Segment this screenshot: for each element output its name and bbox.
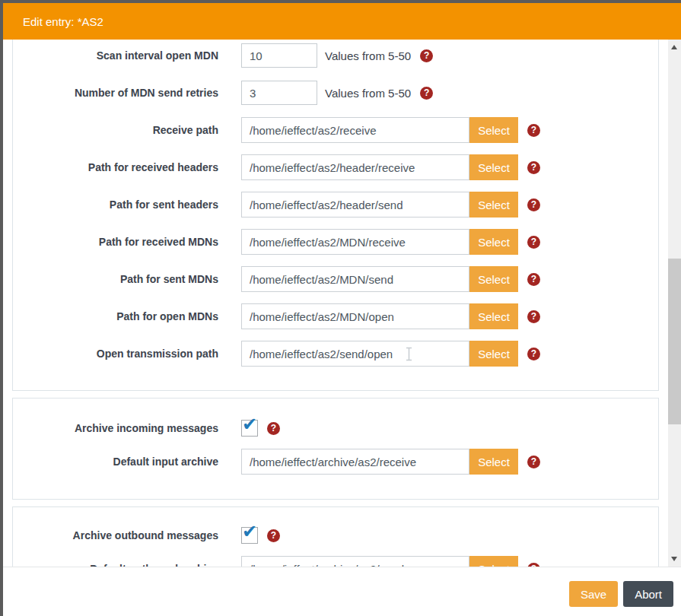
help-icon[interactable]: ? — [527, 198, 540, 211]
open-transmission-path-input[interactable] — [241, 341, 469, 367]
field-label: Scan interval open MDN — [13, 49, 241, 62]
select-button[interactable]: Select — [469, 192, 518, 218]
field-label: Path for sent headers — [13, 198, 241, 211]
scan-interval-input[interactable] — [241, 43, 317, 68]
help-icon[interactable]: ? — [527, 236, 540, 249]
default-input-archive-input[interactable] — [241, 449, 469, 475]
field-label: Default outbound archive — [13, 563, 241, 567]
field-label: Path for open MDNs — [13, 310, 241, 322]
help-icon[interactable]: ? — [420, 49, 433, 62]
scrollbar-thumb[interactable] — [668, 259, 681, 424]
form-row-archive-outbound: Archive outbound messages ✔ ? — [13, 527, 658, 544]
sent-mdns-path-input[interactable] — [241, 266, 469, 292]
form-row-archive-incoming: Archive incoming messages ✔ ? — [13, 420, 658, 437]
dialog-title: Edit entry: *AS2 — [23, 15, 103, 28]
archive-outbound-checkbox[interactable]: ✔ — [241, 527, 258, 544]
help-icon[interactable]: ? — [527, 124, 540, 137]
scrollbar-up-button[interactable] — [668, 41, 681, 54]
help-icon[interactable]: ? — [527, 273, 540, 286]
select-button[interactable]: Select — [469, 154, 518, 180]
field-label: Default input archive — [13, 456, 241, 468]
received-headers-path-input[interactable] — [241, 154, 469, 180]
panel-archive-incoming: Archive incoming messages ✔ ? Default in… — [12, 398, 659, 500]
open-mdns-path-input[interactable] — [241, 303, 469, 329]
help-icon[interactable]: ? — [527, 348, 540, 360]
abort-button[interactable]: Abort — [623, 581, 673, 607]
text-cursor — [406, 347, 412, 364]
select-button[interactable]: Select — [469, 341, 518, 367]
panel-paths: Scan interval open MDN Values from 5-50 … — [12, 40, 659, 391]
form-row-received-headers-path: Path for received headers Select ? — [13, 154, 658, 180]
select-button[interactable]: Select — [469, 117, 518, 143]
dialog-header: Edit entry: *AS2 — [3, 3, 681, 40]
field-label: Open transmission path — [13, 348, 241, 360]
form-row-default-input-archive: Default input archive Select ? — [13, 449, 658, 475]
field-label: Archive outbound messages — [13, 529, 241, 541]
help-icon[interactable]: ? — [267, 529, 280, 542]
received-mdns-path-input[interactable] — [241, 229, 469, 255]
field-label: Path for sent MDNs — [13, 273, 241, 285]
chevron-down-icon — [671, 557, 677, 561]
form-row-received-mdns-path: Path for received MDNs Select ? — [13, 229, 658, 255]
panel-archive-outbound: Archive outbound messages ✔ ? Default ou… — [12, 506, 659, 567]
edit-entry-dialog: Edit entry: *AS2 Scan interval open MDN … — [3, 3, 681, 616]
checkmark-icon: ✔ — [242, 522, 257, 541]
sent-headers-path-input[interactable] — [241, 192, 469, 218]
chevron-up-icon — [671, 45, 677, 49]
field-hint: Values from 5-50 — [325, 49, 411, 62]
vertical-scrollbar[interactable] — [668, 40, 681, 567]
help-icon[interactable]: ? — [527, 310, 540, 323]
save-button[interactable]: Save — [569, 581, 618, 607]
field-label: Path for received MDNs — [13, 236, 241, 248]
field-label: Number of MDN send retries — [13, 87, 241, 99]
archive-incoming-checkbox[interactable]: ✔ — [241, 420, 258, 437]
form-row-receive-path: Receive path Select ? — [13, 117, 658, 143]
select-button[interactable]: Select — [469, 556, 518, 567]
dialog-footer: Save Abort — [3, 567, 681, 616]
select-button[interactable]: Select — [469, 303, 518, 329]
form-row-mdn-retries: Number of MDN send retries Values from 5… — [13, 81, 658, 105]
select-button[interactable]: Select — [469, 266, 518, 292]
default-outbound-archive-input[interactable] — [241, 556, 469, 567]
mdn-retries-input[interactable] — [241, 81, 317, 105]
select-button[interactable]: Select — [469, 229, 518, 255]
form-row-open-mdns-path: Path for open MDNs Select ? — [13, 303, 658, 329]
help-icon[interactable]: ? — [527, 563, 540, 567]
field-label: Receive path — [13, 124, 241, 136]
form-row-default-outbound-archive: Default outbound archive Select ? — [13, 556, 658, 567]
receive-path-input[interactable] — [241, 117, 469, 143]
scrollbar-down-button[interactable] — [668, 552, 681, 565]
checkmark-icon: ✔ — [242, 415, 257, 433]
help-icon[interactable]: ? — [527, 161, 540, 174]
form-row-scan-interval: Scan interval open MDN Values from 5-50 … — [13, 43, 658, 68]
field-hint: Values from 5-50 — [325, 87, 411, 100]
help-icon[interactable]: ? — [267, 422, 280, 435]
field-label: Archive incoming messages — [13, 422, 241, 434]
form-scroll-area: Scan interval open MDN Values from 5-50 … — [3, 40, 668, 567]
field-label: Path for received headers — [13, 161, 241, 173]
help-icon[interactable]: ? — [420, 87, 433, 100]
form-row-sent-headers-path: Path for sent headers Select ? — [13, 192, 658, 218]
help-icon[interactable]: ? — [527, 456, 540, 468]
select-button[interactable]: Select — [469, 449, 518, 475]
form-row-sent-mdns-path: Path for sent MDNs Select ? — [13, 266, 658, 292]
dialog-body: Scan interval open MDN Values from 5-50 … — [3, 40, 681, 567]
form-row-open-transmission-path: Open transmission path Select ? — [13, 341, 658, 367]
